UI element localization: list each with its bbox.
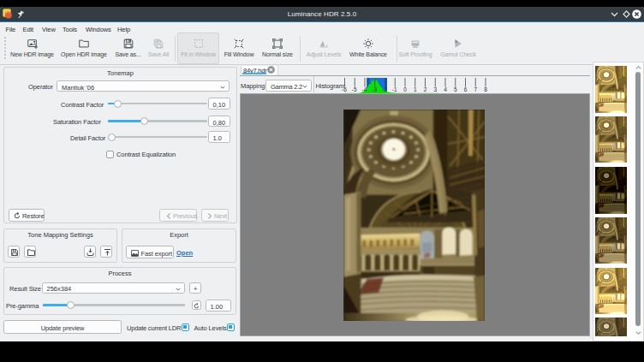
svg-text:-6: -6 [342,86,347,92]
svg-text:3: 3 [433,86,437,92]
svg-text:6: 6 [464,86,468,92]
svg-text:-2: -2 [382,86,387,92]
svg-text:2: 2 [424,86,427,92]
svg-text:4: 4 [444,86,447,92]
svg-text:-1: -1 [392,86,397,92]
svg-text:8: 8 [484,86,487,92]
svg-text:5: 5 [454,86,457,92]
svg-text:-5: -5 [352,86,357,92]
svg-text:7: 7 [474,86,477,92]
svg-text:-3: -3 [372,86,377,92]
svg-text:0: 0 [403,86,407,92]
svg-text:-4: -4 [362,86,367,92]
svg-text:1: 1 [414,86,417,92]
